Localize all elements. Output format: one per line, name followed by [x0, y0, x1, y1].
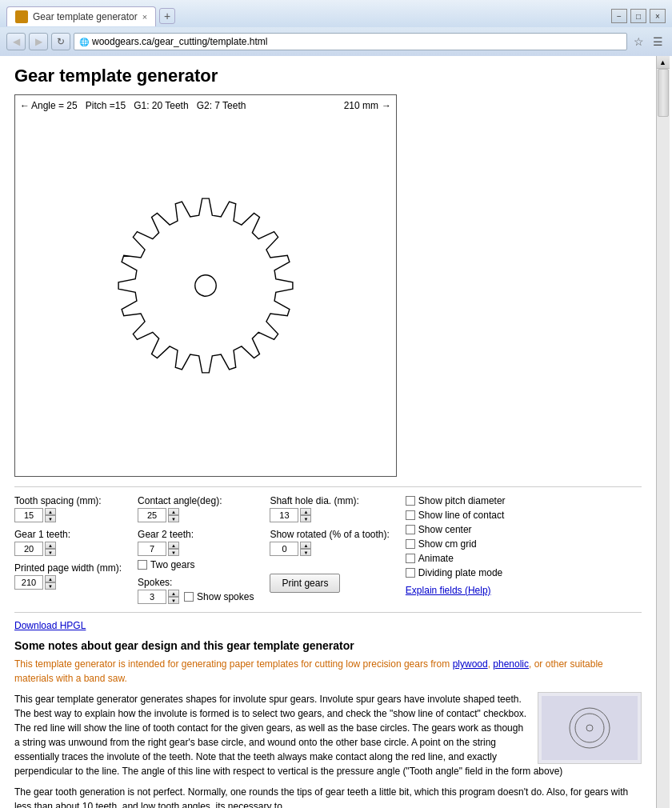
print-gears-button[interactable]: Print gears: [270, 574, 340, 593]
notes-orange-text: This template generator is intended for …: [14, 657, 642, 686]
controls-col-checkboxes: Show pitch diameter Show line of contact…: [406, 495, 506, 604]
canvas-params: Angle = 25 Pitch =15 G1: 20 Teeth G2: 7 …: [31, 100, 246, 111]
contact-angle-input[interactable]: [138, 508, 166, 522]
minimize-button[interactable]: −: [611, 9, 627, 23]
contact-angle-spinner: ▲ ▼: [168, 508, 179, 522]
scrollbar-up-arrow[interactable]: ▲: [657, 56, 670, 69]
close-button[interactable]: ×: [650, 9, 666, 23]
canvas-header: ← Angle = 25 Pitch =15 G1: 20 Teeth G2: …: [20, 100, 391, 111]
explain-fields-link[interactable]: Explain fields (Help): [406, 585, 491, 596]
controls-col-2: Contact angle(deg): ▲ ▼ Gear 2 teeth:: [138, 495, 254, 604]
browser-tab[interactable]: Gear template generator ×: [6, 6, 156, 26]
notes-heading: Some notes about gear design and this ge…: [14, 639, 642, 652]
spokes-up[interactable]: ▲: [168, 590, 179, 597]
canvas-arrow-left-icon: ←: [20, 100, 30, 111]
phenolic-link[interactable]: phenolic: [493, 658, 529, 670]
two-gears-checkbox[interactable]: [138, 560, 147, 570]
shaft-hole-spinner: ▲ ▼: [300, 508, 311, 522]
show-spokes-checkbox[interactable]: [184, 592, 194, 602]
shaft-hole-label: Shaft hole dia. (mm):: [270, 495, 389, 506]
gear-svg: [70, 150, 342, 422]
gear1-teeth-input[interactable]: [14, 542, 43, 556]
spokes-down[interactable]: ▼: [168, 597, 179, 604]
tab-close-button[interactable]: ×: [142, 12, 147, 22]
shaft-hole-input[interactable]: [270, 508, 298, 522]
address-icon: 🌐: [79, 38, 89, 46]
show-rotated-down[interactable]: ▼: [300, 549, 311, 556]
dividing-plate-label: Dividing plate mode: [418, 567, 502, 578]
show-rotated-up[interactable]: ▲: [300, 542, 311, 549]
dividing-plate-row: Dividing plate mode: [406, 567, 506, 578]
contact-angle-down[interactable]: ▼: [168, 515, 179, 522]
canvas-width-label: 210 mm: [344, 100, 378, 111]
spokes-input[interactable]: [138, 590, 166, 604]
printed-width-up[interactable]: ▲: [45, 575, 56, 582]
contact-angle-label: Contact angle(deg):: [138, 495, 254, 506]
tooth-spacing-down[interactable]: ▼: [45, 515, 56, 522]
controls-col-3: Shaft hole dia. (mm): ▲ ▼ Show rotated (…: [270, 495, 389, 604]
show-center-checkbox[interactable]: [406, 525, 415, 534]
two-gears-label: Two gears: [150, 559, 194, 570]
show-rotated-label: Show rotated (% of a tooth):: [270, 529, 389, 540]
new-tab-button[interactable]: +: [159, 8, 175, 24]
spokes-label: Spokes:: [138, 577, 254, 588]
show-rotated-spinner: ▲ ▼: [300, 542, 311, 556]
animate-label: Animate: [418, 553, 454, 564]
notes-section: Some notes about gear design and this ge…: [14, 639, 642, 808]
scrollbar-track[interactable]: [657, 69, 670, 808]
contact-angle-up[interactable]: ▲: [168, 508, 179, 515]
show-cm-grid-checkbox[interactable]: [406, 539, 415, 549]
gear2-teeth-up[interactable]: ▲: [168, 542, 179, 549]
plywood-link[interactable]: plywood: [453, 658, 488, 670]
bookmark-star-icon[interactable]: ☆: [630, 34, 646, 50]
printed-width-control: Printed page width (mm): ▲ ▼: [14, 562, 122, 590]
animate-row: Animate: [406, 553, 506, 564]
scrollbar-thumb[interactable]: [658, 69, 669, 117]
tooth-spacing-input[interactable]: [14, 508, 43, 522]
show-center-label: Show center: [418, 524, 472, 535]
show-line-row: Show line of contact: [406, 510, 506, 521]
gear1-teeth-down[interactable]: ▼: [45, 549, 56, 556]
gear2-teeth-spinner: ▲ ▼: [168, 542, 179, 556]
address-bar[interactable]: 🌐 woodgears.ca/gear_cutting/template.htm…: [74, 33, 627, 50]
shaft-hole-down[interactable]: ▼: [300, 515, 311, 522]
show-pitch-row: Show pitch diameter: [406, 495, 506, 506]
tab-title: Gear template generator: [33, 11, 138, 22]
tooth-spacing-up[interactable]: ▲: [45, 508, 56, 515]
shaft-hole-up[interactable]: ▲: [300, 508, 311, 515]
gear1-teeth-spinner: ▲ ▼: [45, 542, 56, 556]
show-center-row: Show center: [406, 524, 506, 535]
notes-text-2: The gear tooth generation is not perfect…: [14, 785, 642, 808]
animate-checkbox[interactable]: [406, 554, 415, 563]
download-hpgl-link[interactable]: Download HPGL: [14, 620, 86, 631]
gear2-teeth-input[interactable]: [138, 542, 166, 556]
dividing-plate-checkbox[interactable]: [406, 568, 415, 578]
page-content: Gear template generator ← Angle = 25 Pit…: [0, 56, 656, 808]
printed-width-down[interactable]: ▼: [45, 582, 56, 590]
show-line-checkbox[interactable]: [406, 510, 415, 520]
gear-canvas: ← Angle = 25 Pitch =15 G1: 20 Teeth G2: …: [14, 94, 397, 477]
maximize-button[interactable]: □: [630, 9, 646, 23]
gear1-teeth-up[interactable]: ▲: [45, 542, 56, 549]
title-bar: Gear template generator × + − □ ×: [0, 0, 672, 27]
thumbnail-svg: [542, 696, 638, 760]
gear-svg-container: [15, 95, 396, 476]
show-rotated-input[interactable]: [270, 542, 298, 556]
spokes-spinner: ▲ ▼: [168, 590, 179, 604]
forward-button[interactable]: ▶: [29, 33, 48, 50]
printed-width-input[interactable]: [14, 575, 43, 590]
nav-bar: ◀ ▶ ↻ 🌐 woodgears.ca/gear_cutting/templa…: [0, 27, 672, 56]
menu-icon[interactable]: ☰: [650, 34, 666, 50]
address-text: woodgears.ca/gear_cutting/template.html: [92, 36, 267, 47]
back-button[interactable]: ◀: [6, 33, 26, 50]
show-spokes-label: Show spokes: [197, 591, 254, 602]
gear1-teeth-control: Gear 1 teeth: ▲ ▼: [14, 529, 122, 556]
contact-angle-control: Contact angle(deg): ▲ ▼: [138, 495, 254, 522]
printed-width-spinner: ▲ ▼: [45, 575, 56, 590]
show-pitch-label: Show pitch diameter: [418, 495, 506, 506]
nav-icons: ☆ ☰: [630, 34, 666, 50]
refresh-button[interactable]: ↻: [51, 33, 70, 50]
gear2-teeth-down[interactable]: ▼: [168, 549, 179, 556]
show-pitch-checkbox[interactable]: [406, 496, 415, 506]
tooth-spacing-control: Tooth spacing (mm): ▲ ▼: [14, 495, 122, 522]
